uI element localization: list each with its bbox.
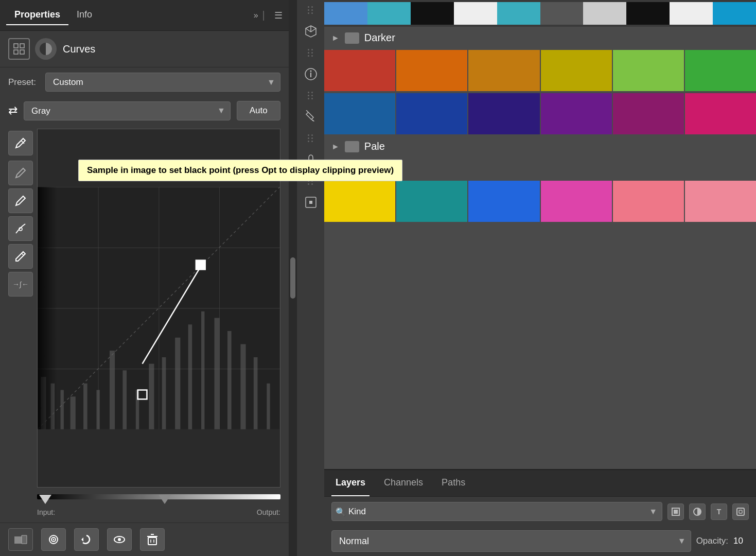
svg-rect-24 — [201, 311, 204, 429]
svg-rect-14 — [71, 396, 76, 429]
search-icon: 🔍 — [336, 507, 346, 516]
kind-select[interactable]: Kind — [331, 502, 662, 521]
swatch-lightgray[interactable] — [583, 2, 626, 25]
svg-rect-55 — [737, 508, 744, 515]
layers-panel: Layers Channels Paths 🔍 Kind ▼ — [324, 469, 756, 556]
kind-select-wrapper: 🔍 Kind ▼ — [331, 502, 662, 521]
swatch-cell[interactable] — [541, 93, 612, 134]
swatch-cell[interactable] — [396, 50, 467, 91]
swatch-cell[interactable] — [685, 181, 756, 222]
filter-adjustment-icon[interactable] — [689, 503, 706, 520]
adjustment-row: Curves — [0, 31, 289, 67]
curve-graph-container: Sample in image to set black point (pres… — [37, 129, 280, 518]
delete-button[interactable] — [140, 528, 165, 551]
swatch-cell[interactable] — [396, 181, 467, 222]
swatch-cell[interactable] — [613, 50, 684, 91]
swatch-cell[interactable] — [396, 93, 467, 134]
highlight-slider[interactable] — [159, 495, 171, 504]
swatch-cell[interactable] — [613, 181, 684, 222]
frame-tool[interactable] — [300, 191, 322, 214]
adjustment-mask-icon[interactable] — [35, 38, 57, 60]
info-tool[interactable] — [300, 63, 322, 85]
swatch-cell[interactable] — [324, 181, 395, 222]
swatches-top-row — [324, 0, 756, 27]
swatch-teal[interactable] — [367, 2, 411, 25]
group-pale-label: Pale — [364, 141, 385, 152]
reset-button[interactable] — [74, 528, 99, 551]
darker-row2 — [324, 92, 756, 135]
swatch-cell[interactable] — [613, 93, 684, 134]
swatch-black2[interactable] — [626, 2, 670, 25]
swatch-blue2[interactable] — [713, 2, 756, 25]
svg-rect-20 — [149, 364, 154, 429]
preview-toggle-button[interactable] — [41, 528, 66, 551]
group-pale[interactable]: ► Pale — [324, 135, 756, 158]
tab-layers[interactable]: Layers — [331, 470, 370, 496]
eyedropper-black-tool[interactable] — [8, 131, 33, 155]
svg-rect-29 — [267, 384, 270, 429]
shadow-slider[interactable] — [39, 495, 51, 504]
visibility-button[interactable] — [107, 528, 132, 551]
channel-row: ⇄ Gray RGB Red Green Blue ▼ Auto — [0, 97, 289, 125]
filter-type-icon[interactable]: T — [711, 503, 727, 520]
swatch-cell[interactable] — [468, 181, 539, 222]
curve-point-tool[interactable] — [8, 216, 33, 241]
clip-to-layer-button[interactable] — [8, 528, 33, 551]
tab-info[interactable]: Info — [68, 5, 100, 25]
tooltip: Sample in image to set black point (pres… — [78, 160, 402, 181]
swatch-cell[interactable] — [324, 50, 395, 91]
scrollbar-thumb[interactable] — [290, 257, 295, 299]
right-panel: ► Darker ► Pale ► MISC — [324, 0, 756, 556]
tab-channels[interactable]: Channels — [380, 470, 427, 496]
filter-shape-icon[interactable] — [732, 503, 749, 520]
layers-blend-row: Normal Multiply Screen Overlay ▼ Opacity… — [324, 526, 756, 556]
adjustment-grid-icon[interactable] — [8, 38, 30, 60]
swatch-cell[interactable] — [541, 50, 612, 91]
channel-arrows-icon[interactable]: ⇄ — [8, 104, 17, 117]
svg-line-7 — [22, 253, 24, 255]
panel-scrollbar[interactable] — [289, 0, 297, 556]
swatch-white2[interactable] — [670, 2, 713, 25]
swatch-cell[interactable] — [468, 93, 539, 134]
swatch-teal2[interactable] — [497, 2, 540, 25]
svg-rect-23 — [188, 324, 192, 429]
swatch-blue[interactable] — [324, 2, 367, 25]
bottom-toolbar — [0, 523, 289, 556]
group-darker[interactable]: ► Darker — [324, 27, 756, 49]
io-labels: Input: Output: — [37, 506, 280, 518]
filter-icons: T — [667, 503, 749, 520]
swatch-black1[interactable] — [411, 2, 454, 25]
brush-tool[interactable] — [300, 106, 322, 128]
swatch-white1[interactable] — [454, 2, 497, 25]
svg-rect-3 — [20, 50, 24, 54]
tab-paths[interactable]: Paths — [437, 470, 469, 496]
channel-select[interactable]: Gray RGB Red Green Blue — [24, 101, 231, 120]
tab-properties[interactable]: Properties — [6, 5, 68, 25]
blend-mode-select[interactable]: Normal Multiply Screen Overlay — [331, 530, 691, 552]
auto-button[interactable]: Auto — [237, 101, 280, 120]
eyedropper-gray-tool[interactable] — [8, 161, 33, 185]
svg-marker-37 — [81, 537, 83, 542]
filter-pixel-icon[interactable] — [667, 503, 684, 520]
opacity-value: 10 — [733, 536, 749, 546]
preset-select[interactable]: Custom — [45, 73, 280, 92]
svg-rect-40 — [148, 537, 156, 545]
pencil-tool[interactable] — [8, 244, 33, 269]
tab-overflow-arrows[interactable]: » — [254, 11, 258, 20]
svg-rect-0 — [14, 44, 18, 48]
swatch-cell[interactable] — [685, 50, 756, 91]
spacer — [324, 223, 756, 469]
swatch-cell[interactable] — [468, 50, 539, 91]
swatch-gray1[interactable] — [540, 2, 584, 25]
swatch-cell[interactable] — [541, 181, 612, 222]
swatch-cell[interactable] — [324, 93, 395, 134]
smooth-tool[interactable]: →∫← — [8, 272, 33, 297]
panel-menu-icon[interactable]: ☰ — [274, 10, 283, 21]
curve-graph[interactable] — [37, 129, 280, 488]
cube-tool[interactable] — [300, 20, 322, 43]
group-pale-folder-icon — [345, 141, 359, 152]
swatch-cell[interactable] — [685, 93, 756, 134]
group-darker-folder-icon — [345, 32, 359, 44]
eyedropper-white-tool[interactable] — [8, 188, 33, 213]
svg-point-47 — [310, 71, 311, 72]
